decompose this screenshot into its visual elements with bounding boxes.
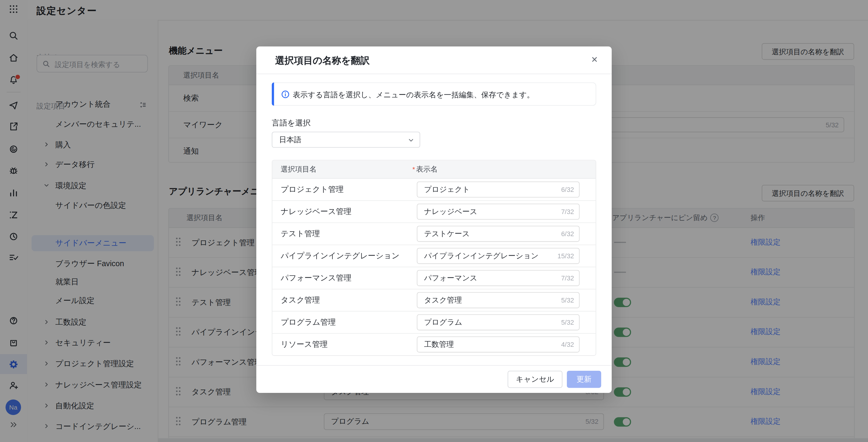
char-counter: 15/32 — [557, 252, 574, 260]
modal-header: 選択項目の名称を翻訳 ✕ — [256, 46, 612, 74]
display-name-inputbox: 6/32 — [417, 182, 580, 198]
display-name-input[interactable] — [417, 226, 580, 242]
char-counter: 6/32 — [561, 230, 574, 238]
table-row: プログラム管理 5/32 — [272, 312, 596, 334]
table-row: パイプラインインテグレーション 15/32 — [272, 245, 596, 267]
display-name-input[interactable] — [417, 292, 580, 308]
char-counter: 6/32 — [561, 186, 574, 193]
table-row: プロジェクト管理 6/32 — [272, 179, 596, 201]
info-banner: 表示する言語を選択し、メニューの表示名を一括編集、保存できます。 — [272, 83, 596, 106]
banner-accent-bar — [272, 83, 274, 106]
display-name-input[interactable] — [417, 270, 580, 286]
display-name-input[interactable] — [417, 204, 580, 220]
display-name-inputbox: 15/32 — [417, 248, 580, 264]
table-row: パフォーマンス管理 7/32 — [272, 267, 596, 289]
char-counter: 7/32 — [561, 208, 574, 216]
language-value: 日本語 — [279, 135, 302, 145]
modal-footer: キャンセル 更新 — [256, 365, 612, 393]
table-row: タスク管理 5/32 — [272, 289, 596, 312]
close-icon[interactable]: ✕ — [588, 54, 600, 66]
column-name: 選択項目名 — [281, 160, 317, 178]
display-name-input[interactable] — [417, 182, 580, 198]
display-name-inputbox: 7/32 — [417, 270, 580, 286]
char-counter: 5/32 — [561, 318, 574, 326]
display-name-inputbox: 7/32 — [417, 204, 580, 220]
banner-text: 表示する言語を選択し、メニューの表示名を一括編集、保存できます。 — [293, 90, 534, 100]
display-name-input[interactable] — [417, 248, 580, 264]
update-button[interactable]: 更新 — [567, 371, 601, 388]
info-icon — [281, 90, 290, 99]
table-row: テスト管理 6/32 — [272, 223, 596, 245]
app-window: Na 設定センター 本社チーム 設定項目 アカウント統合 メンバーのセキュリテ.… — [0, 0, 868, 442]
display-name-inputbox: 4/32 — [417, 337, 580, 353]
char-counter: 7/32 — [561, 274, 574, 282]
display-name-inputbox: 5/32 — [417, 292, 580, 308]
required-marker: * — [412, 165, 415, 173]
table-row: ナレッジベース管理 7/32 — [272, 201, 596, 223]
display-name-inputbox: 5/32 — [417, 314, 580, 330]
modal-title: 選択項目の名称を翻訳 — [275, 54, 370, 67]
language-select[interactable]: 日本語 — [272, 132, 420, 148]
display-name-input[interactable] — [417, 314, 580, 330]
column-display-name: *表示名 — [412, 160, 438, 178]
char-counter: 5/32 — [561, 296, 574, 304]
table-header: 選択項目名 *表示名 — [272, 160, 596, 179]
display-name-input[interactable] — [417, 337, 580, 353]
display-name-inputbox: 6/32 — [417, 226, 580, 242]
translate-names-modal: 選択項目の名称を翻訳 ✕ 表示する言語を選択し、メニューの表示名を一括編集、保存… — [256, 46, 612, 393]
char-counter: 4/32 — [561, 341, 574, 348]
chevron-down-icon — [408, 137, 414, 144]
language-label: 言語を選択 — [272, 119, 311, 129]
table-row: リソース管理 4/32 — [272, 334, 596, 355]
cancel-button[interactable]: キャンセル — [508, 371, 563, 388]
translation-table: 選択項目名 *表示名 プロジェクト管理 6/32 ナレッジベース管理 7/32 … — [272, 160, 596, 356]
